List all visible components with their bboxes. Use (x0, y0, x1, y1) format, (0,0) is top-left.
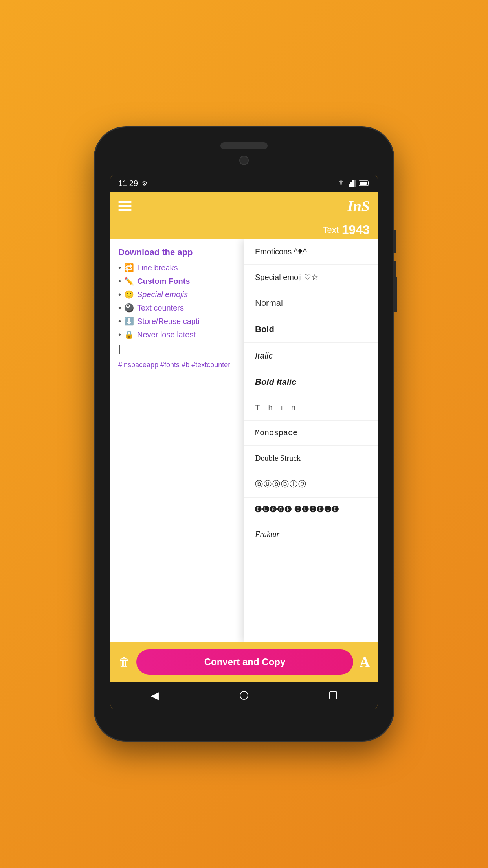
svg-rect-5 (368, 182, 369, 184)
dropdown-item-bubble[interactable]: ⓑⓤⓑⓑⓛⓔ (244, 471, 378, 498)
dropdown-item-italic[interactable]: Italic (244, 343, 378, 369)
svg-rect-0 (349, 184, 350, 187)
home-circle (240, 691, 248, 700)
main-text-area[interactable]: Download the app 🔁 Line breaks ✏️ Custom… (110, 239, 378, 642)
battery-icon (359, 180, 370, 186)
app-content: InS Text 1943 Download the app 🔁 Line br… (110, 192, 378, 682)
svg-rect-1 (350, 182, 352, 187)
never-lose-label: Never lose latest (137, 330, 196, 339)
screen: 11:29 ⚙ (110, 175, 378, 709)
custom-fonts-icon: ✏️ (124, 276, 134, 286)
dropdown-item-thin[interactable]: T h i n (244, 395, 378, 421)
phone-speaker (220, 142, 268, 149)
dropdown-item-fraktur[interactable]: Fraktur (244, 522, 378, 547)
text-counter-row: Text 1943 (110, 220, 378, 239)
trash-icon[interactable]: 🗑 (118, 655, 130, 669)
convert-copy-button[interactable]: Convert and Copy (136, 649, 353, 675)
svg-rect-2 (352, 180, 354, 187)
dropdown-item-bold[interactable]: Bold (244, 316, 378, 343)
text-count: 1943 (342, 223, 370, 237)
nav-recent-button[interactable] (321, 684, 345, 707)
dropdown-item-monospace[interactable]: Monospace (244, 421, 378, 446)
dropdown-item-bold-italic[interactable]: Bold Italic (244, 369, 378, 395)
power-button[interactable] (393, 277, 397, 312)
phone-camera (239, 156, 249, 165)
nav-home-button[interactable] (232, 684, 256, 707)
gear-icon: ⚙ (142, 180, 147, 187)
store-label: Store/Reuse capti (137, 317, 200, 326)
status-bar: 11:29 ⚙ (110, 175, 378, 192)
app-title: InS (347, 197, 370, 215)
nav-back-button[interactable]: ◀ (143, 684, 167, 707)
dropdown-item-normal[interactable]: Normal (244, 290, 378, 316)
svg-rect-6 (360, 182, 367, 185)
status-time: 11:29 (118, 179, 138, 188)
phone-shell: 11:29 ⚙ (95, 127, 393, 741)
font-size-icon[interactable]: A (360, 654, 370, 670)
text-counters-label: Text counters (137, 303, 184, 313)
bottom-bar: 🗑 Convert and Copy A (110, 642, 378, 682)
hamburger-menu[interactable] (118, 201, 132, 211)
svg-rect-3 (354, 180, 356, 187)
recent-square (329, 691, 337, 699)
nav-bar: ◀ (110, 682, 378, 709)
special-emojis-icon: 🙂 (124, 290, 134, 299)
custom-fonts-label: Custom Fonts (137, 277, 190, 286)
special-emojis-label: Special emojis (137, 290, 188, 299)
text-label: Text (323, 225, 338, 235)
status-icons (337, 180, 370, 187)
lock-icon: 🔒 (124, 330, 134, 339)
line-breaks-label: Line breaks (137, 263, 178, 272)
line-breaks-icon: 🔁 (124, 263, 134, 272)
dropdown-item-black-bubble[interactable]: 🅑🅛🅐🅒🅚 🅑🅤🅑🅑🅛🅔 (244, 498, 378, 522)
font-dropdown[interactable]: Emoticons ^ᴥ^ Special emoji ♡☆ Normal Bo… (244, 239, 378, 642)
store-icon: ⬇️ (124, 316, 134, 326)
dropdown-item-double-struck[interactable]: Double Struck (244, 446, 378, 471)
dropdown-item-emoticons[interactable]: Emoticons ^ᴥ^ (244, 239, 378, 265)
vol-up-button[interactable] (393, 230, 396, 253)
dropdown-item-special-emoji[interactable]: Special emoji ♡☆ (244, 265, 378, 290)
app-header: InS (110, 192, 378, 220)
wifi-icon (337, 180, 345, 187)
text-counters-icon: 🎱 (124, 303, 134, 313)
signal-icon (349, 180, 356, 187)
